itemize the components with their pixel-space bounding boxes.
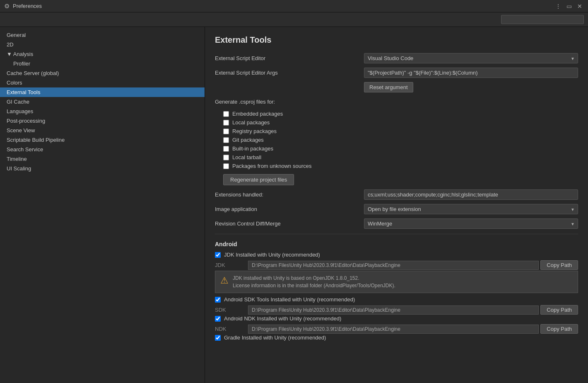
package-label-embedded: Embedded packages [232,111,283,117]
jdk-checkbox[interactable] [215,252,221,258]
search-bar: 🔍 [0,12,588,27]
script-editor-label: External Script Editor [215,55,364,61]
search-input[interactable] [501,15,584,24]
script-editor-args-value-wrap [364,68,578,78]
package-checkbox-embedded[interactable] [223,111,229,117]
search-wrap: 🔍 [501,15,584,24]
ndk-path-label: NDK [215,326,248,332]
package-checkbox-unknown[interactable] [223,163,229,169]
sidebar-item-gi-cache[interactable]: GI Cache [0,97,205,107]
sdk-checkbox-row: Android SDK Tools Installed with Unity (… [215,296,578,303]
revision-dropdown-wrap: WinMerge ▼ [364,218,578,229]
sidebar: General2D▼ AnalysisProfilerCache Server … [0,27,205,383]
script-editor-row: External Script Editor Visual Studio Cod… [215,53,578,63]
sdk-checkbox-label: Android SDK Tools Installed with Unity (… [224,296,355,303]
sidebar-item-search-service[interactable]: Search Service [0,145,205,154]
ndk-checkbox-row: Android NDK Installed with Unity (recomm… [215,315,578,322]
gradle-checkbox[interactable] [215,335,221,341]
jdk-path-label: JDK [215,262,248,268]
sidebar-item-analysis[interactable]: ▼ Analysis [0,49,205,59]
package-checkbox-git[interactable] [223,137,229,143]
image-app-label: Image application [215,206,364,212]
script-editor-args-input[interactable] [364,68,578,78]
package-label-local: Local packages [232,119,270,126]
revision-row: Revision Control Diff/Merge WinMerge ▼ [215,218,578,229]
revision-dropdown[interactable]: WinMerge [364,218,578,229]
package-label-registry: Registry packages [232,128,277,134]
gradle-checkbox-row: Gradle Installed with Unity (recommended… [215,335,578,341]
close-button[interactable]: ✕ [576,2,584,10]
sidebar-item-2d[interactable]: 2D [0,40,205,49]
ndk-copy-path-button[interactable]: Copy Path [540,324,578,334]
jdk-info-line1: JDK installed with Unity is based on Ope… [233,274,395,282]
sidebar-item-external-tools[interactable]: External Tools [0,87,205,97]
reset-argument-button[interactable]: Reset argument [364,82,413,92]
jdk-copy-path-button[interactable]: Copy Path [540,260,578,270]
sidebar-item-scriptable-build[interactable]: Scriptable Build Pipeline [0,135,205,145]
package-row-tarball: Local tarball [215,154,578,160]
sidebar-item-scene-view[interactable]: Scene View [0,126,205,135]
package-label-builtin: Built-in packages [232,145,273,152]
ndk-path-row: NDK D:\Program Files\Unity Hub\2020.3.9f… [215,324,578,334]
titlebar-controls: ⋮ ▭ ✕ [554,2,584,10]
restore-button[interactable]: ▭ [565,2,573,10]
package-label-tarball: Local tarball [232,154,261,160]
package-row-builtin: Built-in packages [215,145,578,152]
sdk-copy-path-button[interactable]: Copy Path [540,305,578,315]
package-row-registry: Registry packages [215,128,578,134]
gradle-checkbox-label: Gradle Installed with Unity (recommended… [224,335,326,341]
jdk-checkbox-row: JDK Installed with Unity (recommended) [215,252,578,258]
script-editor-args-label: External Script Editor Args [215,70,364,76]
package-label-git: Git packages [232,137,264,143]
jdk-info-box: ⚠ JDK installed with Unity is based on O… [215,271,578,293]
sidebar-item-ui-scaling[interactable]: UI Scaling [0,164,205,173]
package-row-git: Git packages [215,137,578,143]
generate-row: Generate .csproj files for: [215,97,578,107]
sdk-path-label: SDK [215,307,248,313]
extensions-label: Extensions handled: [215,192,364,198]
package-row-local: Local packages [215,119,578,126]
ndk-path-value: D:\Program Files\Unity Hub\2020.3.9f1\Ed… [248,325,539,334]
jdk-info-text: JDK installed with Unity is based on Ope… [233,274,395,289]
sidebar-item-general[interactable]: General [0,30,205,40]
extensions-value-wrap [364,189,578,200]
extensions-input[interactable] [364,189,578,200]
script-editor-args-row: External Script Editor Args [215,68,578,78]
sidebar-item-timeline[interactable]: Timeline [0,154,205,164]
package-checkbox-builtin[interactable] [223,146,229,152]
sidebar-item-profiler[interactable]: Profiler [0,59,205,68]
regen-button[interactable]: Regenerate project files [223,174,294,185]
image-app-row: Image application Open by file extension… [215,204,578,214]
package-checkbox-local[interactable] [223,120,229,126]
package-label-unknown: Packages from unknown sources [232,163,311,169]
script-editor-dropdown[interactable]: Visual Studio Code [364,53,578,63]
menu-dots-button[interactable]: ⋮ [554,2,562,10]
sidebar-item-colors[interactable]: Colors [0,78,205,87]
jdk-path-row: JDK D:\Program Files\Unity Hub\2020.3.9f… [215,260,578,270]
sidebar-item-post-processing[interactable]: Post-processing [0,116,205,126]
jdk-path-value: D:\Program Files\Unity Hub\2020.3.9f1\Ed… [248,261,539,270]
sdk-checkbox[interactable] [215,297,221,303]
sidebar-item-languages[interactable]: Languages [0,107,205,116]
sdk-path-row: SDK D:\Program Files\Unity Hub\2020.3.9f… [215,305,578,315]
packages-container: Embedded packagesLocal packagesRegistry … [215,111,578,169]
ndk-checkbox-label: Android NDK Installed with Unity (recomm… [224,315,341,322]
package-checkbox-registry[interactable] [223,128,229,134]
jdk-info-line2: License information is in the install fo… [233,282,395,289]
script-editor-dropdown-wrap: Visual Studio Code ▼ [364,53,578,63]
jdk-checkbox-label: JDK Installed with Unity (recommended) [224,252,320,258]
package-row-unknown: Packages from unknown sources [215,163,578,169]
extensions-row: Extensions handled: [215,189,578,200]
warning-icon: ⚠ [220,275,229,286]
titlebar-title: Preferences [13,3,42,9]
revision-label: Revision Control Diff/Merge [215,221,364,227]
sidebar-item-cache-server[interactable]: Cache Server (global) [0,68,205,78]
gear-icon: ⚙ [4,2,10,10]
generate-label: Generate .csproj files for: [215,99,364,105]
image-app-dropdown[interactable]: Open by file extension [364,204,578,214]
sdk-path-value: D:\Program Files\Unity Hub\2020.3.9f1\Ed… [248,305,539,315]
titlebar: ⚙ Preferences ⋮ ▭ ✕ [0,0,588,12]
ndk-checkbox[interactable] [215,316,221,322]
android-section-heading: Android [215,241,578,247]
package-checkbox-tarball[interactable] [223,155,229,160]
